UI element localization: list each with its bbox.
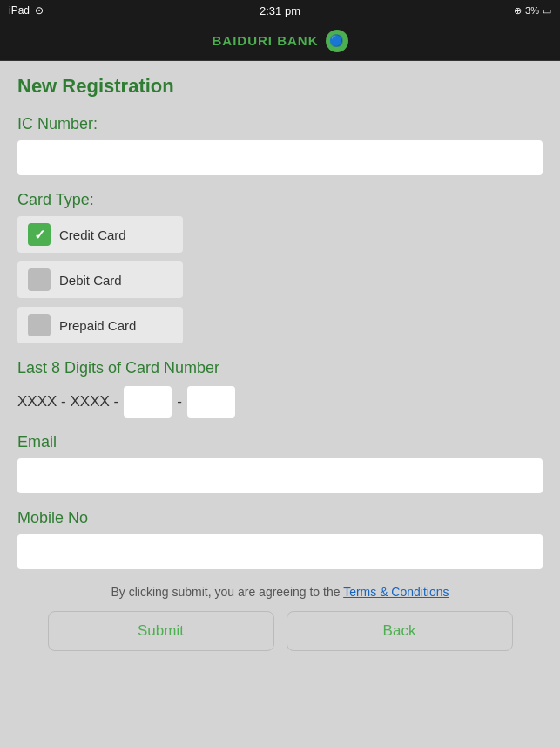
digits-separator: - [177, 393, 182, 411]
debit-card-option[interactable]: Debit Card [17, 261, 183, 298]
ic-number-label: IC Number: [17, 115, 543, 133]
nav-bar: BAIDURI BANK 🔵 [0, 21, 560, 61]
mobile-label: Mobile No [17, 509, 543, 527]
nav-title: BAIDURI BANK 🔵 [213, 30, 348, 52]
page-content: New Registration IC Number: Card Type: C… [0, 61, 560, 677]
mobile-section: Mobile No [17, 509, 543, 569]
card-type-section: Card Type: Credit Card Debit Card Prepai… [17, 191, 543, 343]
location-icon: ⊕ [514, 5, 522, 17]
email-label: Email [17, 433, 543, 452]
debit-card-checkbox[interactable] [28, 268, 51, 291]
device-name: iPad [9, 4, 30, 17]
terms-link[interactable]: Terms & Conditions [343, 585, 449, 599]
card-type-label: Card Type: [17, 191, 543, 209]
status-time: 2:31 pm [260, 4, 300, 17]
email-section: Email [17, 433, 543, 493]
mobile-input[interactable] [17, 534, 543, 569]
ic-number-input[interactable] [17, 140, 543, 175]
digits-input-2[interactable] [187, 386, 235, 418]
credit-card-option[interactable]: Credit Card [17, 216, 183, 253]
ic-number-section: IC Number: [17, 115, 543, 175]
page-title: New Registration [17, 75, 543, 98]
credit-card-label: Credit Card [59, 227, 126, 242]
digits-row: XXXX - XXXX - - [17, 386, 543, 418]
debit-card-label: Debit Card [59, 273, 122, 288]
nav-title-text: BAIDURI BANK [213, 33, 319, 48]
wifi-icon: ⊙ [35, 4, 44, 17]
button-row: Submit Back [17, 611, 543, 651]
digits-static-part: XXXX - XXXX - [17, 393, 118, 411]
terms-prefix: By clicking submit, you are agreeing to … [111, 585, 343, 599]
status-right: ⊕ 3% ▭ [514, 5, 551, 17]
last-8-digits-section: Last 8 Digits of Card Number XXXX - XXXX… [17, 359, 543, 418]
terms-text: By clicking submit, you are agreeing to … [17, 585, 543, 599]
prepaid-card-option[interactable]: Prepaid Card [17, 307, 183, 343]
digits-input-1[interactable] [124, 386, 172, 418]
battery-icon: ▭ [543, 5, 551, 17]
nav-logo-text: 🔵 [329, 34, 344, 47]
status-left: iPad ⊙ [9, 4, 44, 17]
back-button[interactable]: Back [287, 611, 513, 651]
credit-card-checkbox[interactable] [28, 223, 51, 246]
email-input[interactable] [17, 458, 543, 493]
last-8-digits-label: Last 8 Digits of Card Number [17, 359, 543, 377]
prepaid-card-label: Prepaid Card [59, 318, 136, 333]
battery-percent: 3% [525, 5, 539, 16]
card-type-options: Credit Card Debit Card Prepaid Card [17, 216, 543, 343]
prepaid-card-checkbox[interactable] [28, 314, 51, 336]
status-bar: iPad ⊙ 2:31 pm ⊕ 3% ▭ [0, 0, 560, 21]
nav-logo: 🔵 [326, 30, 348, 52]
submit-button[interactable]: Submit [48, 611, 274, 651]
